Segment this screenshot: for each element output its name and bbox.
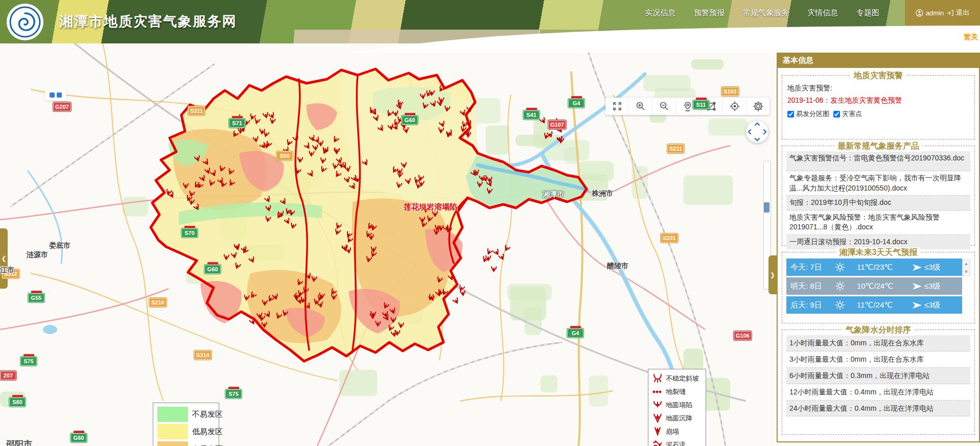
road-shield-S210: S210: [149, 298, 167, 307]
nav-item-warning[interactable]: 预警预报: [694, 8, 725, 18]
user-admin-block: admin 退出: [905, 0, 980, 26]
rain-item: 1小时雨量最大值：0mm，出现在合东水库: [786, 335, 970, 351]
layer-icon: [50, 92, 55, 98]
road-shield-S50: S50: [276, 151, 293, 160]
zone-label: 中易发区: [192, 444, 223, 446]
scroll-down-icon[interactable]: ▼: [964, 269, 969, 274]
geohazard-weather-portal: ❮ ❯ 10 km 不易发区 低易发区 中易发区 高易发区 不稳定斜坡 地裂缝 …: [0, 0, 980, 446]
scroll-up-icon[interactable]: ▲: [964, 261, 969, 266]
product-item[interactable]: 气象灾害预警信号：雷电黄色预警信号2019070336.doc: [786, 151, 970, 171]
settings-gear-button[interactable]: [746, 98, 769, 115]
panel-title: 气象降水分时排序: [843, 325, 914, 336]
disaster-point-checkbox[interactable]: [833, 111, 840, 118]
nav-item-live-info[interactable]: 实况信息: [645, 8, 675, 18]
zone-swatch: [157, 407, 188, 422]
road-shield-G60: G60: [402, 115, 418, 125]
zone-swatch: [157, 441, 188, 446]
warning-alert-text: 2019-11-06：发生地质灾害黄色预警: [787, 96, 970, 105]
disaster-symbol-legend: 不稳定斜坡 地裂缝 地面塌陷 地面沉降 崩塌 泥石流 滑坡 其他: [648, 369, 706, 446]
forecast-panel: 湘潭未来3天天气预报 今天: 7日 11℃/23℃ ≤3级 明天: 8日 10℃…: [782, 252, 975, 323]
zoom-out-button[interactable]: [652, 98, 676, 115]
logout-icon: [946, 10, 953, 16]
ground-fissure-icon: [651, 386, 664, 398]
panel-title: 最新常规气象服务产品: [834, 141, 922, 152]
chevron-right-icon: ❯: [770, 271, 775, 278]
top-nav: 实况信息 预警预报 常规气象服务 灾情信息 专题图: [645, 0, 879, 26]
zone-layer-checkbox[interactable]: [787, 111, 794, 118]
city-label-涟源市: 涟源市: [27, 250, 48, 260]
road-shield-S75: S75: [225, 389, 242, 398]
road-shield-G207: G207: [53, 102, 71, 111]
road-shield-S311: S311: [188, 106, 205, 115]
slider-handle[interactable]: [764, 202, 769, 213]
road-shield-S71: S71: [229, 119, 245, 128]
legend-row: 地裂缝: [651, 385, 703, 398]
nav-item-thematic-map[interactable]: 专题图: [856, 8, 879, 18]
layer-switcher[interactable]: [45, 89, 66, 101]
product-item[interactable]: 地质灾害气象风险预警：地质灾害气象风险预警2019071...8（黄色）.doc…: [786, 210, 970, 235]
city-label-醴陵市: 醴陵市: [607, 262, 628, 271]
rockfall-icon: [651, 426, 664, 438]
warning-label: 地质灾害预警:: [787, 84, 970, 93]
zone-layer-label[interactable]: 易发分区图: [796, 109, 829, 119]
announcement-ticker: 暂关: [964, 33, 978, 42]
page-title: 湘潭市地质灾害气象服务网: [59, 12, 237, 31]
road-shield-S80: S80: [9, 397, 26, 407]
rainfall-ranking-panel: 气象降水分时排序 1小时雨量最大值：0mm，出现在合东水库 3小时雨量最大值：0…: [782, 330, 975, 435]
weather-products-panel: 最新常规气象服务产品 气象灾害预警信号：雷电黄色预警信号2019070336.d…: [782, 146, 975, 246]
disaster-point-label[interactable]: 灾害点: [842, 109, 862, 119]
road-shield-G55: G55: [28, 293, 44, 302]
rain-item: 6小时雨量最大值：0.3mm，出现在洋潭电站: [786, 368, 970, 384]
sun-icon: [834, 280, 850, 292]
ground-collapse-icon: [651, 399, 664, 411]
username[interactable]: admin: [926, 9, 944, 17]
forecast-row-tomorrow: 明天: 8日 10℃/24℃ ≤3级: [786, 277, 962, 295]
zoom-in-button[interactable]: [629, 98, 652, 115]
road-shield-S314: S314: [194, 350, 212, 360]
sidebar-collapse-tab[interactable]: ❯: [768, 255, 777, 294]
product-item[interactable]: 气象专题服务：受冷空气南下影响，我市有一次明显降温...风力加大过程(20191…: [786, 171, 970, 196]
info-sidebar: 基本信息 地质灾害预警 地质灾害预警: 2019-11-06：发生地质灾害黄色预…: [777, 53, 980, 442]
city-label-娄底市: 娄底市: [49, 241, 71, 250]
legend-row: 地面沉降: [651, 412, 703, 425]
panel-title: 地质灾害预警: [851, 71, 906, 81]
forecast-scrollbar[interactable]: ▲ ▼: [962, 260, 970, 276]
wind-arrow-icon: [912, 283, 922, 290]
pan-control[interactable]: [746, 121, 768, 143]
road-shield-S11: S11: [693, 100, 709, 109]
wind-arrow-icon: [912, 264, 922, 271]
road-shield-G107: G107: [548, 120, 566, 129]
city-label-邵阳市: 邵阳市: [6, 438, 32, 446]
product-item[interactable]: 旬报：2019年10月中旬旬报.doc: [786, 196, 970, 210]
logout-button[interactable]: 退出: [956, 8, 969, 17]
geohazard-warning-panel: 地质灾害预警 地质灾害预警: 2019-11-06：发生地质灾害黄色预警 易发分…: [782, 75, 975, 139]
target-button[interactable]: [723, 98, 746, 115]
unstable-slope-icon: [651, 372, 664, 385]
road-shield-S331: S331: [661, 233, 678, 243]
fullscreen-button[interactable]: [605, 98, 629, 115]
forecast-row-today: 今天: 7日 11℃/23℃ ≤3级: [786, 259, 962, 276]
zone-row: 不易发区: [157, 407, 215, 422]
sidebar-header: 基本信息: [778, 53, 979, 68]
left-panel-collapse-tab[interactable]: ❮: [0, 228, 8, 289]
chevron-left-icon: ❮: [1, 255, 6, 262]
road-shield-G4: G4: [568, 99, 585, 108]
legend-row: 地面塌陷: [651, 398, 703, 412]
zone-swatch: [157, 424, 188, 439]
sun-icon: [834, 299, 850, 311]
rain-item: 3小时雨量最大值：0mm，出现在合东水库: [786, 351, 970, 368]
legend-row: 不稳定斜坡: [651, 372, 703, 385]
zone-row: 中易发区: [157, 441, 215, 446]
wind-arrow-icon: [912, 301, 922, 309]
rain-item: 24小时雨量最大值：0.4mm，出现在洋潭电站: [786, 401, 970, 417]
user-icon: [916, 9, 923, 17]
road-shield-G60: G60: [204, 265, 221, 274]
road-shield-S41: S41: [523, 110, 540, 120]
zone-row: 低易发区: [157, 424, 215, 439]
nav-item-regular-service[interactable]: 常规气象服务: [743, 8, 789, 18]
nav-item-disaster-info[interactable]: 灾情信息: [807, 8, 838, 18]
zone-label: 低易发区: [192, 427, 223, 437]
legend-row: 崩塌: [651, 425, 703, 438]
road-shield-S75: S75: [20, 357, 37, 366]
forecast-row-day-after: 后天: 9日 11℃/24℃ ≤3级: [786, 296, 962, 314]
